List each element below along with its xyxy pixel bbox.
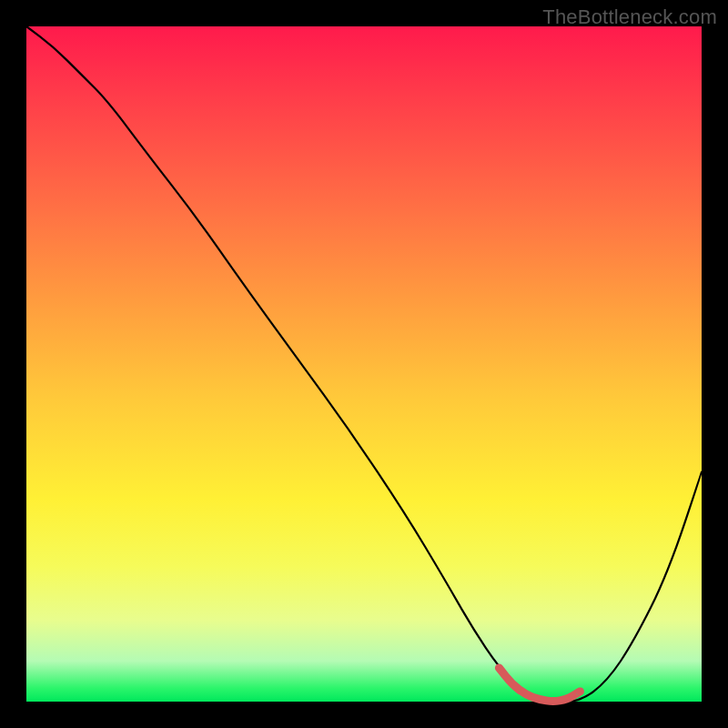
chart-curve-svg <box>26 26 702 702</box>
chart-plot-area <box>26 26 702 702</box>
main-curve <box>26 26 702 702</box>
valley-highlight <box>499 668 580 702</box>
